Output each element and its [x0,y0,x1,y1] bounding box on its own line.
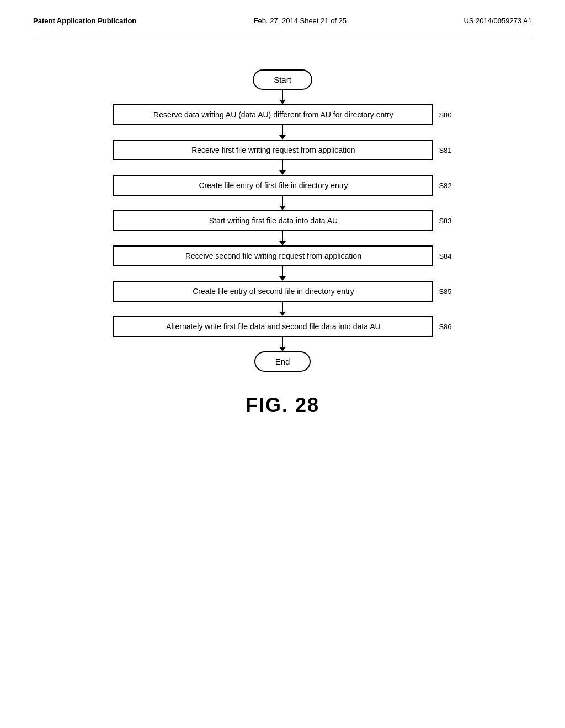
flowchart: Start Reserve data writing AU (data AU) … [33,69,532,372]
step-s84-box: Receive second file writing request from… [113,245,433,266]
arrow-head [279,347,286,351]
header-patent-number: US 2014/0059273 A1 [463,17,532,25]
arrow-line [282,196,283,206]
end-terminal: End [254,351,311,372]
step-s80-row: Reserve data writing AU (data AU) differ… [33,104,532,125]
step-s86-row: Alternately write first file data and se… [33,316,532,337]
arrow-s85-s86 [279,302,286,316]
start-terminal: Start [253,69,312,90]
arrow-head [279,135,286,140]
page-header: Patent Application Publication Feb. 27, … [33,17,532,36]
step-s86-label: S86 [439,323,451,331]
step-s84-label: S84 [439,252,451,260]
step-s86-box: Alternately write first file data and se… [113,316,433,337]
step-s83-box: Start writing first file data into data … [113,210,433,231]
arrow-head [279,170,286,175]
arrow-head [279,312,286,316]
step-s81-box: Receive first file writing request from … [113,140,433,160]
arrow-start-s80 [279,90,286,104]
page: Patent Application Publication Feb. 27, … [0,0,565,728]
step-s85-box: Create file entry of second file in dire… [113,281,433,302]
figure-label: FIG. 28 [33,394,532,417]
arrow-s84-s85 [279,266,286,281]
arrow-line [282,160,283,170]
arrow-line [282,302,283,312]
arrow-head [279,276,286,281]
step-s84-row: Receive second file writing request from… [33,245,532,266]
step-s81-label: S81 [439,146,451,154]
header-date-sheet: Feb. 27, 2014 Sheet 21 of 25 [254,17,347,25]
step-s82-row: Create file entry of first file in direc… [33,175,532,196]
step-s81-row: Receive first file writing request from … [33,140,532,160]
step-s83-row: Start writing first file data into data … [33,210,532,231]
arrow-s80-s81 [279,125,286,140]
arrow-line [282,266,283,276]
arrow-head [279,206,286,210]
step-s82-box: Create file entry of first file in direc… [113,175,433,196]
arrow-s83-s84 [279,231,286,245]
header-publisher: Patent Application Publication [33,17,136,25]
arrow-s86-end [279,337,286,351]
step-s83-label: S83 [439,217,451,225]
step-s80-label: S80 [439,111,451,119]
step-s80-box: Reserve data writing AU (data AU) differ… [113,104,433,125]
arrow-line [282,231,283,241]
arrow-line [282,337,283,347]
arrow-line [282,90,283,100]
arrow-head [279,100,286,104]
step-s85-row: Create file entry of second file in dire… [33,281,532,302]
arrow-s82-s83 [279,196,286,210]
step-s85-label: S85 [439,287,451,296]
arrow-line [282,125,283,135]
step-s82-label: S82 [439,181,451,190]
arrow-s81-s82 [279,160,286,175]
arrow-head [279,241,286,245]
